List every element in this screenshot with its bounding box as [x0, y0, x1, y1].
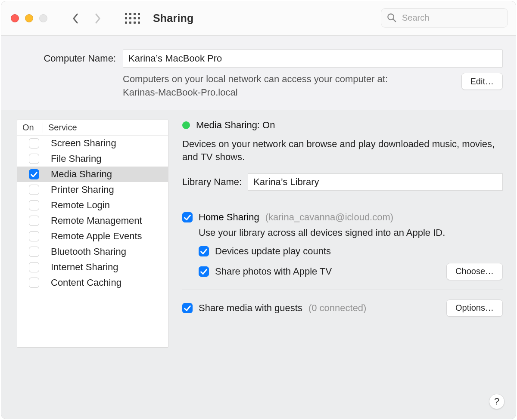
computer-name-section: Computer Name: Computers on your local n…: [1, 36, 516, 110]
traffic-lights: [11, 14, 47, 22]
service-label: Remote Apple Events: [51, 231, 142, 242]
guest-options-button[interactable]: Options…: [446, 300, 503, 317]
service-row[interactable]: Printer Sharing: [17, 182, 168, 198]
service-label: Remote Management: [51, 215, 142, 226]
service-label: Printer Sharing: [51, 184, 114, 195]
home-sharing-label: Home Sharing: [199, 212, 259, 223]
close-window-button[interactable]: [11, 14, 19, 22]
service-label: Screen Sharing: [51, 138, 116, 149]
service-row[interactable]: Remote Login: [17, 198, 168, 213]
service-label: Content Caching: [51, 277, 121, 288]
service-label: File Sharing: [51, 153, 101, 164]
service-col-service: Service: [43, 123, 77, 133]
sharing-preferences-window: Sharing Computer Name: Computers on your…: [1, 1, 516, 419]
share-guests-connected: (0 connected): [308, 303, 367, 314]
service-row[interactable]: Media Sharing: [17, 167, 168, 182]
home-sharing-account: (karina_cavanna@icloud.com): [265, 212, 393, 223]
home-sharing-block: Home Sharing (karina_cavanna@icloud.com)…: [182, 202, 503, 290]
home-sharing-subtext: Use your library across all devices sign…: [199, 226, 503, 240]
main-content: On Service Screen SharingFile SharingMed…: [1, 110, 516, 419]
service-label: Bluetooth Sharing: [51, 246, 126, 257]
help-button[interactable]: ?: [489, 394, 505, 409]
status-row: Media Sharing: On: [182, 120, 503, 131]
computer-name-hint-line1: Computers on your local network can acce…: [123, 74, 388, 84]
media-sharing-detail: Media Sharing: On Devices on your networ…: [168, 110, 516, 419]
pane-title: Sharing: [153, 12, 193, 25]
service-row[interactable]: Remote Management: [17, 213, 168, 229]
service-col-on: On: [17, 123, 43, 133]
back-button[interactable]: [72, 12, 79, 25]
service-on-checkbox[interactable]: [29, 278, 39, 288]
library-name-label: Library Name:: [182, 176, 242, 188]
svg-line-1: [393, 19, 396, 22]
service-row[interactable]: Remote Apple Events: [17, 229, 168, 244]
nav-arrows: [72, 12, 102, 25]
minimize-window-button[interactable]: [25, 14, 33, 22]
show-all-prefs-icon[interactable]: [125, 13, 140, 24]
choose-photos-button[interactable]: Choose…: [446, 263, 503, 280]
library-name-row: Library Name:: [182, 173, 503, 191]
service-row[interactable]: Screen Sharing: [17, 136, 168, 151]
service-label: Remote Login: [51, 200, 110, 211]
service-row[interactable]: File Sharing: [17, 151, 168, 167]
share-guests-checkbox[interactable]: [182, 303, 193, 313]
search-icon: [387, 13, 396, 22]
zoom-window-button[interactable]: [39, 14, 47, 22]
status-label: Media Sharing: On: [196, 120, 275, 131]
service-on-checkbox[interactable]: [29, 200, 39, 210]
service-on-checkbox[interactable]: [29, 169, 39, 179]
status-indicator-icon: [182, 121, 190, 129]
library-name-field[interactable]: [248, 173, 503, 191]
media-sharing-description: Devices on your network can browse and p…: [182, 138, 503, 164]
service-row[interactable]: Bluetooth Sharing: [17, 244, 168, 259]
service-list: On Service Screen SharingFile SharingMed…: [17, 120, 168, 348]
computer-name-field[interactable]: [123, 49, 503, 68]
service-on-checkbox[interactable]: [29, 262, 39, 272]
home-sharing-checkbox[interactable]: [182, 212, 193, 222]
service-list-header: On Service: [17, 120, 168, 136]
service-on-checkbox[interactable]: [29, 216, 39, 226]
edit-hostname-button[interactable]: Edit…: [461, 73, 503, 90]
play-counts-checkbox[interactable]: [199, 246, 209, 256]
forward-button[interactable]: [94, 12, 102, 25]
service-on-checkbox[interactable]: [29, 185, 39, 195]
service-row[interactable]: Content Caching: [17, 275, 168, 290]
share-photos-label: Share photos with Apple TV: [215, 266, 332, 277]
search-input[interactable]: [381, 8, 508, 28]
search-field-wrap: [381, 8, 508, 28]
play-counts-label: Devices update play counts: [215, 246, 331, 257]
service-on-checkbox[interactable]: [29, 138, 39, 148]
service-label: Media Sharing: [51, 169, 112, 180]
titlebar: Sharing: [1, 1, 516, 36]
service-row[interactable]: Internet Sharing: [17, 259, 168, 275]
computer-name-hint-line2: Karinas-MacBook-Pro.local: [123, 87, 238, 98]
service-on-checkbox[interactable]: [29, 231, 39, 241]
service-on-checkbox[interactable]: [29, 154, 39, 164]
share-photos-checkbox[interactable]: [199, 266, 209, 277]
computer-name-hint: Computers on your local network can acce…: [123, 73, 455, 99]
service-on-checkbox[interactable]: [29, 247, 39, 257]
service-label: Internet Sharing: [51, 262, 118, 273]
computer-name-label: Computer Name:: [14, 53, 116, 64]
share-guests-label: Share media with guests: [199, 303, 302, 314]
guest-sharing-row: Share media with guests (0 connected) Op…: [182, 290, 503, 326]
